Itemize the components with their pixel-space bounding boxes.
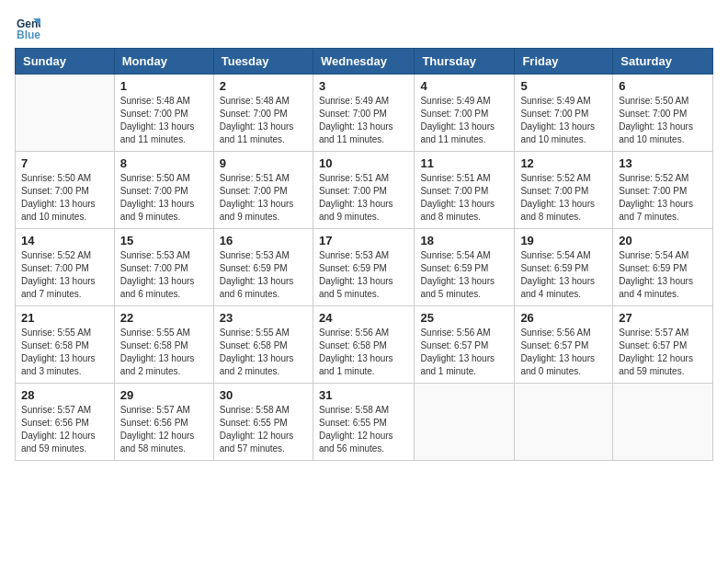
day-info: Sunrise: 5:56 AM Sunset: 6:58 PM Dayligh… (319, 327, 408, 378)
day-number: 1 (120, 79, 208, 93)
day-number: 31 (319, 388, 408, 402)
day-number: 23 (220, 311, 307, 325)
day-info: Sunrise: 5:49 AM Sunset: 7:00 PM Dayligh… (420, 95, 508, 146)
day-info: Sunrise: 5:56 AM Sunset: 6:57 PM Dayligh… (520, 327, 607, 378)
calendar-day-cell: 23Sunrise: 5:55 AM Sunset: 6:58 PM Dayli… (213, 306, 313, 384)
calendar-day-cell (515, 384, 613, 461)
calendar-day-cell (613, 384, 713, 461)
calendar-header-cell: Thursday (415, 49, 515, 75)
calendar-header-cell: Sunday (16, 49, 115, 75)
calendar-day-cell: 31Sunrise: 5:58 AM Sunset: 6:55 PM Dayli… (313, 384, 414, 461)
calendar-week-row: 1Sunrise: 5:48 AM Sunset: 7:00 PM Daylig… (16, 75, 713, 152)
calendar-day-cell: 27Sunrise: 5:57 AM Sunset: 6:57 PM Dayli… (613, 306, 713, 384)
day-number: 17 (319, 234, 408, 247)
day-number: 11 (420, 156, 508, 170)
day-number: 13 (619, 156, 707, 170)
calendar-day-cell: 24Sunrise: 5:56 AM Sunset: 6:58 PM Dayli… (313, 306, 414, 384)
day-info: Sunrise: 5:49 AM Sunset: 7:00 PM Dayligh… (319, 95, 408, 146)
day-number: 29 (120, 388, 208, 402)
day-info: Sunrise: 5:52 AM Sunset: 7:00 PM Dayligh… (619, 172, 707, 224)
day-info: Sunrise: 5:51 AM Sunset: 7:00 PM Dayligh… (319, 172, 408, 224)
day-info: Sunrise: 5:55 AM Sunset: 6:58 PM Dayligh… (220, 327, 307, 378)
day-info: Sunrise: 5:48 AM Sunset: 7:00 PM Dayligh… (220, 95, 307, 146)
day-info: Sunrise: 5:55 AM Sunset: 6:58 PM Dayligh… (21, 327, 108, 378)
day-info: Sunrise: 5:55 AM Sunset: 6:58 PM Dayligh… (120, 327, 208, 378)
day-number: 6 (619, 79, 707, 93)
day-number: 19 (520, 234, 607, 247)
day-number: 7 (21, 156, 108, 170)
day-number: 8 (120, 156, 208, 170)
day-info: Sunrise: 5:54 AM Sunset: 6:59 PM Dayligh… (619, 249, 707, 301)
day-info: Sunrise: 5:50 AM Sunset: 7:00 PM Dayligh… (619, 95, 707, 146)
day-info: Sunrise: 5:54 AM Sunset: 6:59 PM Dayligh… (520, 249, 607, 301)
calendar-day-cell: 6Sunrise: 5:50 AM Sunset: 7:00 PM Daylig… (613, 75, 713, 152)
logo-icon: General Blue (15, 15, 40, 40)
day-number: 30 (220, 388, 307, 402)
calendar-header-row: SundayMondayTuesdayWednesdayThursdayFrid… (16, 49, 713, 75)
logo: General Blue (15, 15, 44, 40)
calendar-week-row: 7Sunrise: 5:50 AM Sunset: 7:00 PM Daylig… (16, 152, 713, 229)
calendar-day-cell: 30Sunrise: 5:58 AM Sunset: 6:55 PM Dayli… (213, 384, 313, 461)
calendar-day-cell: 11Sunrise: 5:51 AM Sunset: 7:00 PM Dayli… (415, 152, 515, 229)
calendar-header-cell: Tuesday (213, 49, 313, 75)
day-number: 20 (619, 234, 707, 247)
calendar-day-cell: 8Sunrise: 5:50 AM Sunset: 7:00 PM Daylig… (114, 152, 213, 229)
day-info: Sunrise: 5:51 AM Sunset: 7:00 PM Dayligh… (220, 172, 307, 224)
calendar-week-row: 28Sunrise: 5:57 AM Sunset: 6:56 PM Dayli… (16, 384, 713, 461)
calendar-day-cell (415, 384, 515, 461)
day-number: 4 (420, 79, 508, 93)
day-info: Sunrise: 5:49 AM Sunset: 7:00 PM Dayligh… (520, 95, 607, 146)
day-number: 18 (420, 234, 508, 247)
calendar-week-row: 14Sunrise: 5:52 AM Sunset: 7:00 PM Dayli… (16, 229, 713, 306)
day-number: 28 (21, 388, 108, 402)
day-number: 2 (220, 79, 307, 93)
calendar-day-cell: 1Sunrise: 5:48 AM Sunset: 7:00 PM Daylig… (114, 75, 213, 152)
calendar-header-cell: Monday (114, 49, 213, 75)
calendar-day-cell: 2Sunrise: 5:48 AM Sunset: 7:00 PM Daylig… (213, 75, 313, 152)
day-info: Sunrise: 5:48 AM Sunset: 7:00 PM Dayligh… (120, 95, 208, 146)
day-info: Sunrise: 5:50 AM Sunset: 7:00 PM Dayligh… (21, 172, 108, 224)
calendar-day-cell: 28Sunrise: 5:57 AM Sunset: 6:56 PM Dayli… (16, 384, 115, 461)
calendar-day-cell: 7Sunrise: 5:50 AM Sunset: 7:00 PM Daylig… (16, 152, 115, 229)
calendar-day-cell: 9Sunrise: 5:51 AM Sunset: 7:00 PM Daylig… (213, 152, 313, 229)
day-number: 14 (21, 234, 108, 247)
calendar-header-cell: Wednesday (313, 49, 414, 75)
day-info: Sunrise: 5:54 AM Sunset: 6:59 PM Dayligh… (420, 249, 508, 301)
calendar-day-cell: 19Sunrise: 5:54 AM Sunset: 6:59 PM Dayli… (515, 229, 613, 306)
calendar-day-cell: 3Sunrise: 5:49 AM Sunset: 7:00 PM Daylig… (313, 75, 414, 152)
day-info: Sunrise: 5:57 AM Sunset: 6:56 PM Dayligh… (120, 404, 208, 455)
day-number: 25 (420, 311, 508, 325)
day-number: 26 (520, 311, 607, 325)
svg-text:Blue: Blue (17, 29, 40, 40)
day-number: 5 (520, 79, 607, 93)
calendar-day-cell: 21Sunrise: 5:55 AM Sunset: 6:58 PM Dayli… (16, 306, 115, 384)
day-info: Sunrise: 5:57 AM Sunset: 6:57 PM Dayligh… (619, 327, 707, 378)
calendar-day-cell (16, 75, 115, 152)
day-info: Sunrise: 5:52 AM Sunset: 7:00 PM Dayligh… (520, 172, 607, 224)
day-info: Sunrise: 5:50 AM Sunset: 7:00 PM Dayligh… (120, 172, 208, 224)
day-number: 10 (319, 156, 408, 170)
calendar-day-cell: 15Sunrise: 5:53 AM Sunset: 7:00 PM Dayli… (114, 229, 213, 306)
day-number: 24 (319, 311, 408, 325)
day-number: 12 (520, 156, 607, 170)
calendar-day-cell: 17Sunrise: 5:53 AM Sunset: 6:59 PM Dayli… (313, 229, 414, 306)
calendar-table: SundayMondayTuesdayWednesdayThursdayFrid… (15, 48, 713, 461)
calendar-day-cell: 13Sunrise: 5:52 AM Sunset: 7:00 PM Dayli… (613, 152, 713, 229)
page-header: General Blue (15, 15, 713, 40)
day-info: Sunrise: 5:56 AM Sunset: 6:57 PM Dayligh… (420, 327, 508, 378)
day-number: 15 (120, 234, 208, 247)
calendar-day-cell: 10Sunrise: 5:51 AM Sunset: 7:00 PM Dayli… (313, 152, 414, 229)
calendar-day-cell: 4Sunrise: 5:49 AM Sunset: 7:00 PM Daylig… (415, 75, 515, 152)
day-number: 27 (619, 311, 707, 325)
calendar-day-cell: 25Sunrise: 5:56 AM Sunset: 6:57 PM Dayli… (415, 306, 515, 384)
day-number: 3 (319, 79, 408, 93)
day-info: Sunrise: 5:51 AM Sunset: 7:00 PM Dayligh… (420, 172, 508, 224)
day-number: 22 (120, 311, 208, 325)
calendar-day-cell: 14Sunrise: 5:52 AM Sunset: 7:00 PM Dayli… (16, 229, 115, 306)
day-info: Sunrise: 5:58 AM Sunset: 6:55 PM Dayligh… (319, 404, 408, 455)
calendar-body: 1Sunrise: 5:48 AM Sunset: 7:00 PM Daylig… (16, 75, 713, 461)
calendar-day-cell: 12Sunrise: 5:52 AM Sunset: 7:00 PM Dayli… (515, 152, 613, 229)
day-info: Sunrise: 5:53 AM Sunset: 7:00 PM Dayligh… (120, 249, 208, 301)
calendar-day-cell: 5Sunrise: 5:49 AM Sunset: 7:00 PM Daylig… (515, 75, 613, 152)
day-info: Sunrise: 5:53 AM Sunset: 6:59 PM Dayligh… (220, 249, 307, 301)
